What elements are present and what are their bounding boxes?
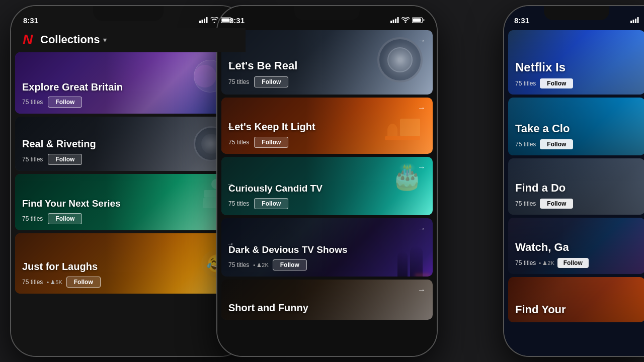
card-title-dark: Dark & Devious TV Shows <box>228 245 426 255</box>
follow-btn-candid[interactable]: Follow <box>254 198 288 209</box>
phone-1: 8:31 N Collections ▾ <box>10 5 247 357</box>
svg-rect-2 <box>204 19 205 23</box>
time-1: 8:31 <box>23 16 38 25</box>
followers-count-4: • ♟5K <box>47 279 62 286</box>
svg-rect-9 <box>395 19 396 23</box>
card-title-keep: Let's Keep It Light <box>228 121 426 133</box>
phone-3: 8:31 Netflix Is 75 titles Follow <box>503 5 644 357</box>
follow-btn-doc[interactable]: Follow <box>540 199 573 209</box>
titles-count-4: 75 titles <box>22 279 43 286</box>
svg-rect-16 <box>633 20 634 23</box>
arrow-icon-candid: → <box>418 163 426 172</box>
card-take-clo[interactable]: Take a Clo 75 titles Follow <box>508 98 644 155</box>
card-title-watch: Watch, Ga <box>515 241 642 254</box>
app-header-1: N Collections ▾ <box>11 28 246 52</box>
card-find-your[interactable]: Find Your <box>508 277 644 322</box>
signal-icon-2 <box>390 17 399 23</box>
card-short-funny[interactable]: → Short and Funny <box>221 280 433 320</box>
follow-btn-keep[interactable]: Follow <box>254 137 288 148</box>
svg-rect-10 <box>397 17 399 23</box>
svg-rect-1 <box>202 20 203 23</box>
time-3: 8:31 <box>514 16 529 25</box>
follow-btn-watch[interactable]: Follow <box>557 258 589 268</box>
card-riveting[interactable]: → Real & Riveting 75 titles Follow <box>15 117 242 171</box>
card-candid[interactable]: 🎂 → Curiously Candid TV 75 titles Follow <box>221 157 433 215</box>
card-title-netflix: Netflix Is <box>515 60 642 74</box>
card-title-lets: Let's Be Real <box>228 59 426 72</box>
collections-title[interactable]: Collections ▾ <box>40 33 107 46</box>
chevron-icon: ▾ <box>103 36 107 44</box>
arrow-icon-lets: → <box>418 36 426 45</box>
card-title-4: Just for Laughs <box>22 261 234 273</box>
card-title-find-your: Find Your <box>515 303 642 316</box>
follow-btn[interactable]: Follow <box>48 97 82 108</box>
arrow-icon-keep: → <box>418 104 426 113</box>
card-title-candid: Curiously Candid TV <box>228 183 426 194</box>
card-dark-devious[interactable]: → Dark & Devious TV Shows 75 titles • ♟2… <box>221 218 433 277</box>
svg-rect-3 <box>206 17 208 23</box>
card-keep-light[interactable]: → Let's Keep It Light 75 titles Follow <box>221 98 433 154</box>
phone-2: 8:31 <box>216 5 438 357</box>
titles-count-3: 75 titles <box>22 215 43 222</box>
follow-btn-4[interactable]: Follow <box>66 277 101 288</box>
card-title-3: Find Your Next Series <box>22 198 234 209</box>
follow-btn-netflix[interactable]: Follow <box>540 78 573 88</box>
svg-rect-15 <box>630 21 632 23</box>
follow-btn-dark[interactable]: Follow <box>273 259 307 270</box>
card-laughs[interactable]: 😂 → Just for Laughs 75 titles • ♟5K Foll… <box>15 233 242 294</box>
card-title-2: Real & Riveting <box>22 138 234 150</box>
card-title: Explore Great Britain <box>22 81 234 93</box>
svg-point-11 <box>405 22 407 23</box>
card-find-doc[interactable]: Find a Do 75 titles Follow <box>508 158 644 215</box>
card-title-take: Take a Clo <box>515 122 642 135</box>
signal-icon-3 <box>630 17 639 23</box>
titles-count: 75 titles <box>22 99 43 106</box>
netflix-logo: N <box>20 32 35 47</box>
titles-count-2: 75 titles <box>22 156 43 163</box>
svg-rect-17 <box>635 19 636 23</box>
svg-rect-8 <box>393 20 394 23</box>
wifi-icon-2 <box>401 17 410 23</box>
signal-icon <box>199 17 208 23</box>
svg-rect-18 <box>637 17 639 23</box>
card-lets-be-real[interactable]: → Let's Be Real 75 titles Follow <box>221 30 433 95</box>
arrow-icon-short: → <box>418 286 426 295</box>
svg-rect-0 <box>199 21 201 23</box>
time-2: 8:31 <box>229 16 245 25</box>
battery-icon-2 <box>412 17 425 23</box>
follow-btn-lets[interactable]: Follow <box>254 76 288 87</box>
card-next-series[interactable]: → Find Your Next Series 75 titles Follow <box>15 174 242 230</box>
card-title-short: Short and Funny <box>228 302 426 314</box>
status-icons-3 <box>630 17 639 23</box>
follow-btn-3[interactable]: Follow <box>48 213 82 224</box>
svg-rect-13 <box>413 19 421 22</box>
follow-btn-2[interactable]: Follow <box>48 154 82 165</box>
card-watch-ga[interactable]: Watch, Ga 75 titles • ♟2K Follow <box>508 218 644 274</box>
svg-rect-7 <box>390 21 392 23</box>
card-great-britain[interactable]: → Explore Great Britain 75 titles Follow <box>15 52 242 114</box>
card-title-doc: Find a Do <box>515 182 642 195</box>
card-netflix-is[interactable]: Netflix Is 75 titles Follow <box>508 30 644 95</box>
follow-btn-take[interactable]: Follow <box>540 139 573 149</box>
svg-rect-14 <box>423 19 425 21</box>
arrow-icon-dark: → <box>418 224 426 233</box>
